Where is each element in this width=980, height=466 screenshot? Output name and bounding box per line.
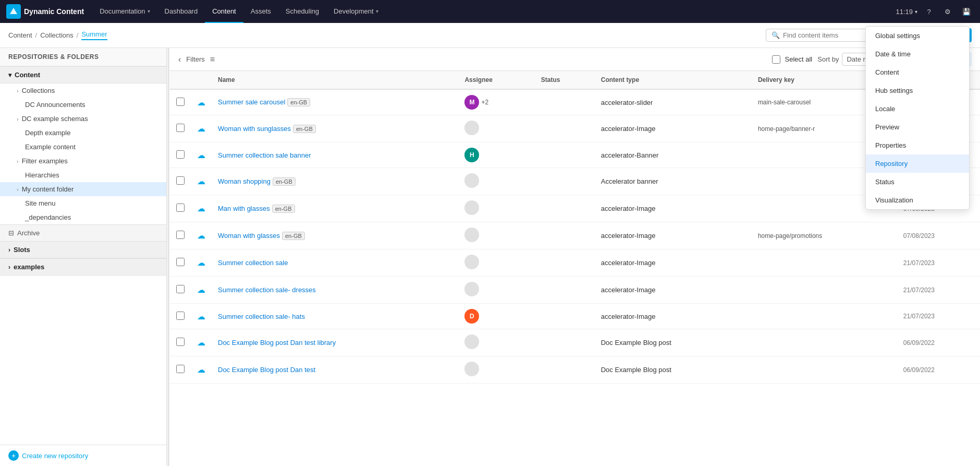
filters-label[interactable]: Filters [186, 55, 204, 63]
content-name-1[interactable]: Woman with sunglasses [218, 125, 291, 133]
row-checkbox-10[interactable] [176, 365, 185, 373]
status-cell-0 [535, 89, 595, 115]
col-name[interactable]: Name [212, 71, 458, 89]
slots-chevron-icon: › [8, 246, 10, 254]
breadcrumb-current: Summer [81, 30, 107, 40]
col-checkbox [170, 71, 191, 89]
sidebar-item-dc-announcements[interactable]: DC Announcements [0, 98, 166, 112]
dropdown-item-properties[interactable]: Properties [866, 136, 969, 154]
content-name-2[interactable]: Summer collection sale banner [218, 151, 311, 159]
breadcrumb-collections[interactable]: Collections [40, 31, 74, 39]
table-header-row: Name Assignee Status Content type Delive… [170, 71, 980, 89]
nav-item-scheduling[interactable]: Scheduling [278, 0, 326, 23]
sidebar-item-hierarchies[interactable]: Hierarchies [0, 168, 166, 182]
content-name-6[interactable]: Summer collection sale [218, 259, 288, 267]
row-checkbox-0[interactable] [176, 98, 185, 106]
row-checkbox-6[interactable] [176, 258, 185, 266]
row-checkbox-1[interactable] [176, 124, 185, 132]
locale-badge-4: en-GB [272, 205, 295, 213]
avatar-placeholder-6 [464, 255, 479, 269]
date-cell-10: 06/09/2022 [897, 356, 980, 384]
table-row: ☁Woman with sunglassesen-GBaccelerator-I… [170, 115, 980, 142]
dropdown-item-date-&-time[interactable]: Date & time [866, 45, 969, 63]
row-checkbox-8[interactable] [176, 312, 185, 320]
sidebar-item-depth-example[interactable]: Depth example [0, 126, 166, 140]
row-checkbox-3[interactable] [176, 176, 185, 185]
dropdown-item-repository[interactable]: Repository [866, 154, 969, 173]
content-name-5[interactable]: Woman with glasses [218, 232, 280, 240]
dropdown-item-visualization[interactable]: Visualization [866, 191, 969, 209]
content-name-10[interactable]: Doc Example Blog post Dan test [218, 366, 315, 374]
sidebar-item-collections[interactable]: › Collections [0, 83, 166, 98]
table-row: ☁Summer collection saleaccelerator-Image… [170, 249, 980, 277]
sidebar-item-site-menu[interactable]: Site menu [0, 196, 166, 210]
dropdown-item-hub-settings[interactable]: Hub settings [866, 81, 969, 100]
content-name-9[interactable]: Doc Example Blog post Dan test library [218, 339, 336, 346]
col-content-type[interactable]: Content type [595, 71, 752, 89]
row-checkbox-7[interactable] [176, 285, 185, 293]
toolbar: ‹ Filters ≡ Select all Sort by Date modi… [170, 48, 980, 71]
content-name-0[interactable]: Summer sale carousel [218, 98, 285, 106]
sidebar-group-slots[interactable]: › Slots [0, 241, 166, 258]
content-group-chevron-icon: ▾ [8, 71, 11, 79]
logo-icon [6, 4, 21, 19]
avatar-extra-0: +2 [481, 99, 488, 106]
dropdown-item-global-settings[interactable]: Global settings [866, 27, 969, 45]
col-status[interactable]: Status [535, 71, 595, 89]
nav-item-dashboard[interactable]: Dashboard [157, 0, 205, 23]
create-repo-plus-icon: + [8, 450, 19, 461]
content-type-9: Doc Example Blog post [595, 329, 752, 356]
nav-item-development[interactable]: Development▾ [326, 0, 386, 23]
dropdown-item-locale[interactable]: Locale [866, 100, 969, 118]
breadcrumb-content[interactable]: Content [8, 31, 32, 39]
help-icon[interactable]: ? [922, 4, 936, 19]
filter-icon[interactable]: ≡ [210, 55, 215, 64]
dropdown-item-content[interactable]: Content [866, 63, 969, 81]
status-cell-10 [535, 356, 595, 384]
app-logo[interactable]: Dynamic Content [6, 4, 84, 19]
sidebar-item-my-content-folder[interactable]: › My content folder [0, 182, 166, 196]
settings-dropdown: Global settingsDate & timeContentHub set… [865, 26, 970, 210]
app-title: Dynamic Content [24, 7, 84, 16]
avatar-0: M [464, 95, 479, 110]
sidebar-resize-handle[interactable] [167, 48, 170, 466]
content-name-3[interactable]: Woman shopping [218, 177, 271, 185]
content-name-4[interactable]: Man with glasses [218, 205, 270, 212]
dropdown-item-preview[interactable]: Preview [866, 118, 969, 136]
content-name-8[interactable]: Summer collection sale- hats [218, 313, 305, 320]
locale-badge-5: en-GB [282, 232, 305, 240]
save-icon[interactable]: 💾 [959, 4, 974, 19]
col-assignee[interactable]: Assignee [458, 71, 534, 89]
row-checkbox-9[interactable] [176, 338, 185, 346]
content-type-3: Accelerator banner [595, 168, 752, 195]
row-checkbox-2[interactable] [176, 150, 185, 159]
sidebar-item-example-content[interactable]: Example content [0, 140, 166, 154]
dropdown-item-status[interactable]: Status [866, 173, 969, 191]
sidebar-item-filter-examples[interactable]: › Filter examples [0, 154, 166, 168]
nav-item-assets[interactable]: Assets [243, 0, 278, 23]
filter-chevron-icon: › [17, 158, 19, 164]
avatar-placeholder-9 [464, 334, 479, 349]
row-checkbox-5[interactable] [176, 231, 185, 239]
sidebar-group-content[interactable]: ▾ Content [0, 66, 166, 83]
sidebar-item-archive[interactable]: ⊟ Archive [0, 224, 166, 241]
sidebar-item-dependancies[interactable]: _dependancies [0, 210, 166, 224]
status-cell-8 [535, 304, 595, 329]
sidebar-group-examples[interactable]: › examples [0, 258, 166, 276]
row-checkbox-4[interactable] [176, 204, 185, 212]
sidebar-item-dc-example-schemas[interactable]: › DC example schemas [0, 112, 166, 126]
content-table-wrapper: Name Assignee Status Content type Delive… [170, 71, 980, 466]
nav-item-documentation[interactable]: Documentation▾ [92, 0, 157, 23]
settings-icon[interactable]: ⚙ [940, 4, 955, 19]
content-name-7[interactable]: Summer collection sale- dresses [218, 286, 316, 294]
collapse-sidebar-icon[interactable]: ‹ [178, 55, 181, 64]
select-all-label[interactable]: Select all [785, 55, 812, 63]
create-repository-button[interactable]: + Create new repository [0, 445, 166, 466]
avatar-placeholder-4 [464, 200, 479, 215]
nav-item-content[interactable]: Content [205, 0, 243, 23]
table-body: ☁Summer sale carouselen-GBM+2accelerator… [170, 89, 980, 384]
cloud-icon-4: ☁ [197, 204, 205, 213]
table-row: ☁Summer collection sale bannerHaccelerat… [170, 142, 980, 168]
select-all-checkbox[interactable] [772, 55, 780, 64]
sub-header: Content / Collections / Summer 🔍 Create [0, 23, 980, 48]
